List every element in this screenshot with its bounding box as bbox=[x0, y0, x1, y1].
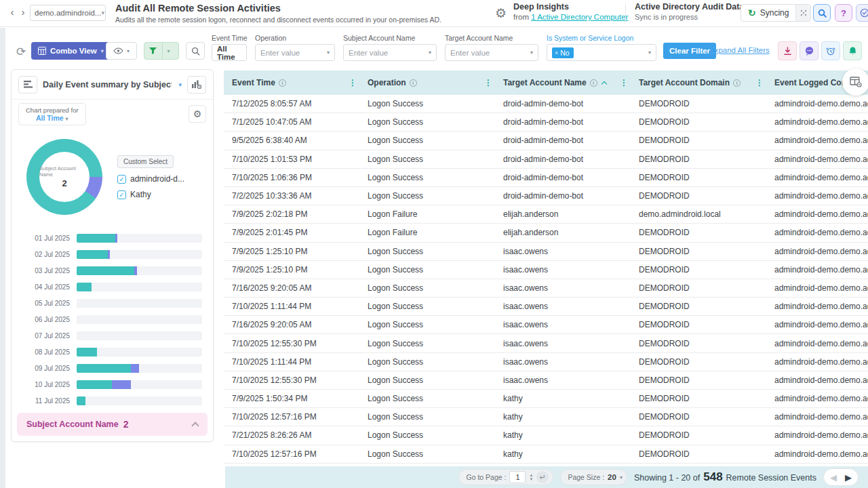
back-arrow-icon[interactable]: ‹ bbox=[7, 6, 18, 18]
col-header-event-time[interactable]: Event Time bbox=[224, 70, 359, 95]
info-icon[interactable] bbox=[410, 79, 417, 87]
bar-segment-kathy[interactable] bbox=[108, 250, 110, 259]
bar-track[interactable] bbox=[77, 266, 202, 275]
table-row[interactable]: 7/9/2025 2:01:45 PM Logon Failure elijah… bbox=[224, 224, 868, 242]
sync-options-button[interactable] bbox=[795, 5, 810, 21]
bar-track[interactable] bbox=[77, 250, 202, 259]
target-account-select[interactable]: Enter value▾ bbox=[445, 44, 538, 61]
table-row[interactable]: 9/5/2025 6:38:40 AM Logon Success droid-… bbox=[224, 131, 868, 150]
table-row[interactable]: 7/2/2025 10:33:36 AM Logon Success droid… bbox=[224, 187, 868, 205]
table-row[interactable]: 7/10/2025 12:57:16 PM Logon Success kath… bbox=[224, 408, 868, 426]
bar-track[interactable] bbox=[77, 299, 202, 308]
bar-segment-admindroid[interactable] bbox=[77, 364, 131, 373]
operation-select[interactable]: Enter value▾ bbox=[255, 44, 335, 61]
table-row[interactable]: 7/12/2025 8:05:57 AM Logon Success droid… bbox=[224, 95, 868, 113]
refresh-report-icon[interactable]: ⟳ bbox=[14, 45, 28, 60]
subject-account-select[interactable]: Enter value▾ bbox=[343, 44, 437, 61]
column-menu-icon[interactable] bbox=[484, 78, 492, 87]
table-row[interactable]: 7/10/2025 1:11:44 PM Logon Success isaac… bbox=[224, 298, 868, 316]
bar-segment-admindroid[interactable] bbox=[77, 250, 108, 259]
schedule-button[interactable] bbox=[821, 41, 840, 60]
domain-selector[interactable]: demo.admindroid... ▾ bbox=[30, 5, 106, 21]
table-row[interactable]: 7/10/2025 1:11:44 PM Logon Success isaac… bbox=[224, 353, 868, 371]
bar-segment-kathy[interactable] bbox=[112, 380, 132, 389]
bar-segment-admindroid[interactable] bbox=[77, 283, 92, 291]
filter-button[interactable]: ▾ bbox=[144, 42, 179, 60]
table-row[interactable]: 7/21/2025 8:26:26 AM Logon Success kathy… bbox=[224, 426, 868, 445]
table-row[interactable]: 7/9/2025 2:02:18 PM Logon Failure elijah… bbox=[224, 205, 868, 224]
chip-remove-icon[interactable]: × bbox=[555, 49, 558, 56]
legend-item-admindroid[interactable]: ✓ admindroid-d... bbox=[117, 174, 184, 184]
table-row[interactable]: 7/16/2025 9:20:05 AM Logon Success isaac… bbox=[224, 316, 868, 334]
bar-track[interactable] bbox=[77, 315, 202, 324]
syncing-button[interactable]: ↻ Syncing bbox=[741, 5, 795, 21]
bar-segment-admindroid[interactable] bbox=[77, 266, 134, 275]
expand-all-filters-link[interactable]: Expand All Filters bbox=[709, 46, 770, 54]
help-button[interactable]: ? bbox=[835, 4, 852, 22]
bar-segment-admindroid[interactable] bbox=[77, 348, 97, 357]
table-row[interactable]: 7/9/2025 1:25:10 PM Logon Success isaac.… bbox=[224, 243, 868, 261]
table-row[interactable]: 7/10/2025 12:55:30 PM Logon Success isaa… bbox=[224, 371, 868, 390]
stepper-down-icon[interactable]: ▼ bbox=[529, 477, 533, 481]
tasks-check-button[interactable] bbox=[856, 4, 868, 22]
next-page-icon[interactable]: ▶ bbox=[845, 472, 852, 483]
bar-segment-admindroid[interactable] bbox=[77, 380, 112, 389]
alerts-button[interactable] bbox=[843, 41, 862, 60]
custom-select-button[interactable]: Custom Select bbox=[117, 155, 174, 168]
event-time-button[interactable]: All Time bbox=[212, 44, 247, 61]
table-row[interactable]: 7/10/2025 1:01:53 PM Logon Success droid… bbox=[224, 150, 868, 169]
active-directory-computer-link[interactable]: 1 Active Directory Computer bbox=[531, 13, 628, 21]
download-button[interactable] bbox=[778, 41, 797, 60]
col-header-target-account-domain[interactable]: Target Account Domain bbox=[631, 70, 766, 95]
column-menu-icon[interactable] bbox=[620, 78, 628, 87]
chart-gear-button[interactable]: ⚙ bbox=[189, 105, 206, 123]
feedback-button[interactable] bbox=[800, 41, 818, 60]
column-visibility-button[interactable]: ▾ bbox=[106, 42, 137, 60]
chevron-up-icon[interactable] bbox=[191, 422, 199, 429]
bar-segment-kathy[interactable] bbox=[131, 364, 140, 373]
bar-track[interactable] bbox=[77, 396, 202, 405]
prev-page-icon[interactable]: ◀ bbox=[830, 472, 837, 483]
table-row[interactable]: 7/16/2025 9:20:05 AM Logon Success isaac… bbox=[224, 279, 868, 298]
col-header-operation[interactable]: Operation bbox=[359, 70, 495, 95]
table-row[interactable]: 7/10/2025 1:06:36 PM Logon Success droid… bbox=[224, 169, 868, 187]
bar-track[interactable] bbox=[77, 380, 202, 389]
bar-segment-kathy[interactable] bbox=[134, 266, 137, 275]
filter-dropdown[interactable]: ▾ bbox=[162, 43, 174, 59]
bar-track[interactable] bbox=[77, 331, 202, 340]
info-icon[interactable] bbox=[279, 79, 286, 87]
chart-prepared-for-button[interactable]: Chart prepared for All Time ▾ bbox=[18, 103, 86, 125]
table-row[interactable]: 7/10/2025 12:55:30 PM Logon Success isaa… bbox=[224, 334, 868, 352]
bar-track[interactable] bbox=[77, 234, 202, 243]
goto-page-go-button[interactable]: ↵ bbox=[536, 471, 549, 483]
system-logon-select[interactable]: ×No ▾ bbox=[547, 44, 656, 61]
global-search-button[interactable] bbox=[813, 4, 831, 22]
checkbox-checked-icon[interactable]: ✓ bbox=[117, 190, 126, 199]
quick-search-button[interactable] bbox=[186, 42, 205, 60]
page-size-control[interactable]: Page Size : 20 ▾ bbox=[560, 469, 627, 485]
column-menu-icon[interactable] bbox=[755, 78, 764, 87]
chart-title-dropdown[interactable]: Daily Event summary by Subject ... bbox=[43, 80, 172, 89]
chart-type-settings-button[interactable] bbox=[187, 76, 206, 94]
collapsed-sidebar-strip[interactable] bbox=[0, 28, 5, 488]
bar-chart-icon-button[interactable] bbox=[18, 76, 37, 94]
sort-asc-icon[interactable] bbox=[601, 81, 606, 86]
bar-segment-kathy[interactable] bbox=[115, 234, 117, 243]
table-row[interactable]: 7/9/2025 1:50:34 PM Logon Success kathy … bbox=[224, 390, 868, 408]
bar-track[interactable] bbox=[77, 348, 202, 357]
legend-item-kathy[interactable]: ✓ Kathy bbox=[117, 190, 184, 199]
bar-segment-admindroid[interactable] bbox=[77, 396, 85, 405]
forward-arrow-icon[interactable]: › bbox=[18, 6, 28, 18]
table-row[interactable]: 7/9/2025 1:25:10 PM Logon Success isaac.… bbox=[224, 261, 868, 279]
bar-track[interactable] bbox=[77, 283, 202, 291]
clear-filter-button[interactable]: Clear Filter bbox=[663, 43, 716, 59]
combo-view-button[interactable]: Combo View ▾ bbox=[31, 42, 111, 60]
info-icon[interactable] bbox=[733, 79, 741, 87]
filter-chip-no[interactable]: ×No bbox=[552, 47, 574, 58]
table-row[interactable]: 7/1/2025 10:47:05 AM Logon Success droid… bbox=[224, 113, 868, 131]
bar-segment-admindroid[interactable] bbox=[77, 234, 115, 243]
goto-page-input[interactable] bbox=[509, 471, 526, 483]
table-column-settings-button[interactable] bbox=[842, 68, 868, 96]
col-header-target-account-name[interactable]: Target Account Name bbox=[495, 70, 631, 95]
column-menu-icon[interactable] bbox=[349, 78, 357, 87]
